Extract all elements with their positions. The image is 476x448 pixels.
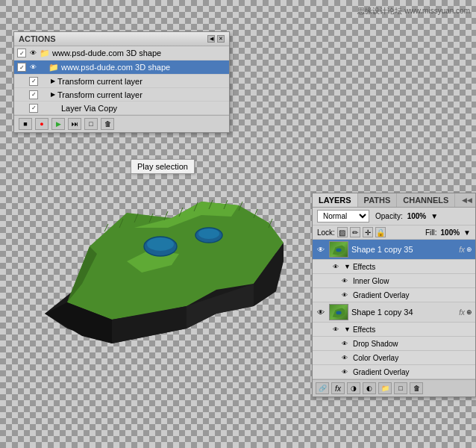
layer-eye-34[interactable]: 👁 [316,307,326,317]
actions-row-5[interactable]: Layer Via Copy [14,102,229,115]
actions-collapse-btn[interactable]: ◀ [207,35,215,43]
layers-panel: LAYERS PATHS CHANNELS ◀◀ Normal Multiply… [312,193,476,397]
actions-panel-controls: ◀ ✕ [207,35,225,43]
layer-fx-34: fx [459,308,465,317]
gradient-eye-35[interactable]: 👁 [339,290,350,300]
actions-check-4[interactable] [29,90,38,99]
actions-close-btn[interactable]: ✕ [217,35,225,43]
svg-point-18 [336,249,341,252]
layer-options-34[interactable]: ⊕ [466,308,472,316]
svg-point-14 [147,237,174,251]
actions-play-btn[interactable]: ▶ [51,118,65,130]
actions-folder-icon-2: 📁 [48,62,59,72]
actions-stop-btn[interactable]: ■ [19,118,32,130]
layer-name-34: Shape 1 copy 34 [351,308,456,317]
fill-arrow[interactable]: ▼ [463,228,471,237]
layers-blend-row: Normal Multiply Screen Opacity: 100% ▼ [313,208,475,225]
actions-row-text-1: www.psd-dude.com 3D shape [52,49,161,57]
actions-new-btn[interactable]: □ [84,118,98,130]
actions-row-1[interactable]: 👁 📁 www.psd-dude.com 3D shape [14,46,229,60]
svg-point-17 [198,228,219,239]
layer-fx-35: fx [459,246,465,254]
effects-triangle-34: ▼ [344,326,351,333]
lock-all-icon[interactable]: 🔒 [375,227,386,237]
layer-thumb-35 [329,241,348,258]
watermark: 思缘设计论坛 www.missyuan.com [357,6,470,16]
actions-row-text-2: www.psd-dude.com 3D shape [61,63,170,72]
play-selection-button[interactable]: Play selection [131,159,195,174]
gradient-eye-34[interactable]: 👁 [339,367,350,377]
effects-label-35: Effects [353,263,375,271]
blend-mode-select[interactable]: Normal Multiply Screen [317,210,369,223]
layer-thumb-34 [329,304,348,320]
layer-options-35[interactable]: ⊕ [466,246,472,253]
add-adjustment-btn[interactable]: ◐ [363,382,376,394]
lock-image-icon[interactable]: ✏ [350,227,360,237]
fill-value: 100% [441,228,460,237]
panel-collapse-indicator: ◀◀ [462,193,475,207]
actions-row-text-5: Layer Via Copy [61,104,117,113]
gradient-overlay-label-34: Gradient Overlay [353,368,410,376]
actions-check-3[interactable] [29,77,38,86]
lock-position-icon[interactable]: ✛ [363,227,373,237]
opacity-label: Opacity: [375,212,403,220]
layer-eye-35[interactable]: 👁 [316,244,326,255]
lock-label: Lock: [317,228,335,237]
link-layers-btn[interactable]: 🔗 [316,382,329,394]
tab-paths[interactable]: PATHS [358,193,398,207]
actions-eye-2[interactable]: 👁 [28,63,37,72]
actions-forward-btn[interactable]: ⏭ [68,118,81,130]
new-layer-btn[interactable]: □ [394,382,407,394]
layers-tabs: LAYERS PATHS CHANNELS ◀◀ [313,193,475,208]
color-overlay-eye-34[interactable]: 👁 [339,352,350,363]
layer-row-shape34[interactable]: 👁 Shape 1 copy 34 fx ⊕ [313,302,475,323]
actions-check-2[interactable] [17,63,26,72]
opacity-arrow[interactable]: ▼ [430,212,438,220]
actions-triangle-3: ▶ [51,78,55,84]
actions-row-3[interactable]: ▶ Transform current layer [14,75,229,88]
effects-header-34[interactable]: 👁 ▼ Effects [313,323,475,337]
actions-folder-icon-1: 📁 [40,48,50,58]
actions-eye-1[interactable]: 👁 [28,49,37,57]
grass-shape-canvas [22,157,306,366]
effects-triangle-35: ▼ [344,263,351,270]
new-group-btn[interactable]: 📁 [378,382,392,394]
actions-panel-titlebar: ACTIONS ◀ ✕ [14,32,229,46]
effect-inner-glow-35[interactable]: 👁 Inner Glow [313,274,475,288]
effect-drop-shadow-34[interactable]: 👁 Drop Shadow [313,337,475,351]
actions-record-btn[interactable]: ● [35,118,48,130]
actions-row-4[interactable]: ▶ Transform current layer [14,88,229,102]
inner-glow-eye-35[interactable]: 👁 [339,276,350,286]
drop-shadow-eye-34[interactable]: 👁 [339,338,350,349]
add-mask-btn[interactable]: ◑ [347,382,360,394]
actions-delete-btn[interactable]: 🗑 [101,118,114,130]
layer-name-35: Shape 1 copy 35 [351,245,456,254]
layers-bottom-bar: 🔗 fx ◑ ◐ 📁 □ 🗑 [313,379,475,396]
delete-layer-btn[interactable]: 🗑 [410,382,423,394]
color-overlay-label-34: Color Overlay [353,354,398,362]
effects-eye-35[interactable]: 👁 [331,261,341,272]
svg-point-19 [336,311,341,315]
add-fx-btn[interactable]: fx [331,382,345,394]
actions-check-5[interactable] [29,104,38,113]
effect-color-overlay-34[interactable]: 👁 Color Overlay [313,351,475,365]
actions-triangle-4: ▶ [51,91,55,98]
opacity-value: 100% [407,212,427,220]
actions-toolbar: ■ ● ▶ ⏭ □ 🗑 [14,115,229,132]
tab-layers[interactable]: LAYERS [313,193,358,207]
lock-transparent-icon[interactable]: ▨ [337,227,348,237]
effect-gradient-overlay-35[interactable]: 👁 Gradient Overlay [313,288,475,302]
layer-row-shape35[interactable]: 👁 Shape 1 copy 35 fx ⊕ [313,240,475,260]
gradient-label-35: Gradient Overlay [353,291,410,299]
actions-check-1[interactable] [17,49,26,57]
effects-header-35[interactable]: 👁 ▼ Effects [313,260,475,274]
effects-label-34: Effects [353,326,375,334]
actions-row-2[interactable]: 👁 📁 www.psd-dude.com 3D shape [14,60,229,75]
effects-eye-34[interactable]: 👁 [331,324,341,335]
actions-panel-title: ACTIONS [19,34,56,43]
fill-label: Fill: [425,228,437,237]
drop-shadow-label-34: Drop Shadow [353,340,398,348]
actions-panel: ACTIONS ◀ ✕ 👁 📁 www.psd-dude.com 3D shap… [13,31,230,133]
effect-gradient-overlay-34[interactable]: 👁 Gradient Overlay [313,365,475,379]
tab-channels[interactable]: CHANNELS [397,193,455,207]
